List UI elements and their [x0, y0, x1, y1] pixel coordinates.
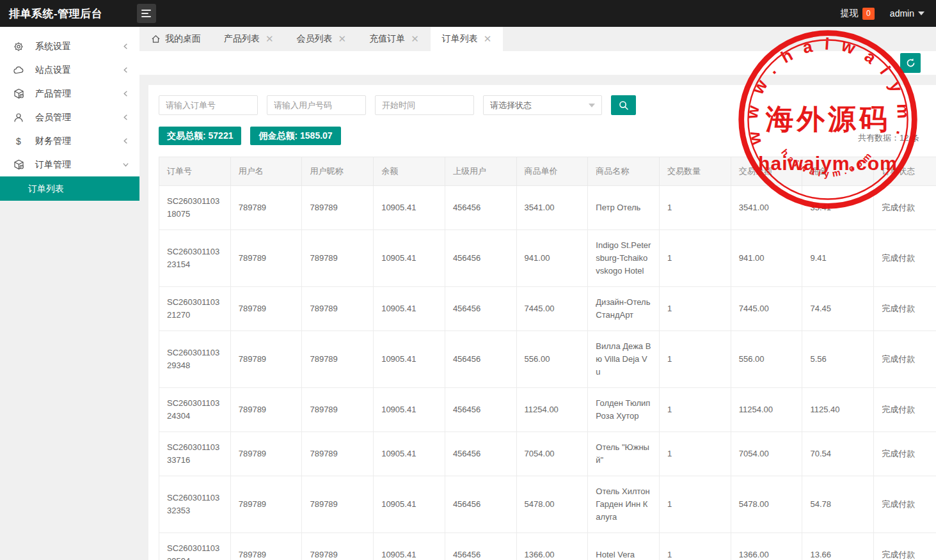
- table-cell: 3541.00: [731, 186, 802, 230]
- column-header: 订单号: [159, 157, 231, 186]
- commission-total-badge: 佣金总额: 1585.07: [250, 127, 340, 145]
- table-cell: 5.56: [802, 331, 874, 388]
- tab-1[interactable]: 产品列表✕: [212, 27, 285, 51]
- user-number-input[interactable]: [267, 95, 366, 115]
- table-cell: 10905.41: [374, 287, 445, 331]
- gear-icon: [13, 41, 24, 52]
- sidebar-item-5[interactable]: 订单管理: [0, 153, 139, 176]
- column-header: 佣金: [802, 157, 874, 186]
- status-select-value: 请选择状态: [490, 100, 532, 111]
- table-cell: 789789: [302, 287, 374, 331]
- table-cell: 10905.41: [374, 533, 445, 560]
- chevron-left-icon: [122, 66, 129, 74]
- refresh-icon: [905, 58, 916, 68]
- tab-2[interactable]: 会员列表✕: [285, 27, 358, 51]
- column-header: 商品单价: [516, 157, 588, 186]
- table-cell: 789789: [230, 186, 302, 230]
- menu-toggle-button[interactable]: [137, 4, 156, 23]
- chevron-down-icon: [122, 161, 129, 168]
- cloud-icon: [13, 65, 24, 76]
- tab-3[interactable]: 充值订单✕: [358, 27, 431, 51]
- table-cell: Вилла Дежа Вю Villa Deja Vu: [588, 331, 660, 388]
- column-header: 用户名: [230, 157, 302, 186]
- user-icon: [13, 112, 24, 123]
- table-cell: 7445.00: [516, 287, 588, 331]
- close-icon[interactable]: ✕: [266, 33, 274, 45]
- table-cell: 789789: [230, 388, 302, 432]
- summary-row: 交易总额: 57221 佣金总额: 1585.07 共有数据：12 条: [159, 127, 936, 145]
- table-cell: 13.66: [802, 533, 874, 560]
- chevron-left-icon: [122, 114, 129, 121]
- sidebar-item-label: 财务管理: [35, 136, 71, 147]
- tab-label: 订单列表: [442, 33, 478, 45]
- table-cell: Отель Хилтон Гарден Инн Калуга: [588, 476, 660, 533]
- withdraw-label: 提现: [841, 8, 859, 19]
- refresh-button[interactable]: [900, 53, 921, 73]
- sidebar-item-0[interactable]: 系统设置: [0, 35, 139, 58]
- chevron-down-icon: [589, 104, 595, 107]
- table-cell: SC26030110324304: [159, 388, 231, 432]
- table-cell: 1366.00: [731, 533, 802, 560]
- close-icon[interactable]: ✕: [338, 33, 347, 45]
- sidebar-item-4[interactable]: $财务管理: [0, 129, 139, 153]
- table-cell: 1125.40: [802, 388, 874, 432]
- table-cell: SC26030110318075: [159, 186, 231, 230]
- table-cell: 556.00: [731, 331, 802, 388]
- column-header: 交易数量: [660, 157, 731, 186]
- sidebar-subitem-order-list[interactable]: 订单列表: [0, 176, 139, 201]
- table-cell: Голден Тюлип Роза Хутор: [588, 388, 660, 432]
- close-icon[interactable]: ✕: [411, 33, 419, 45]
- table-cell: 10905.41: [374, 388, 445, 432]
- table-cell: 7445.00: [731, 287, 802, 331]
- table-cell: 456456: [445, 388, 516, 432]
- close-icon[interactable]: ✕: [484, 33, 492, 45]
- withdraw-link[interactable]: 提现 0: [841, 8, 875, 20]
- status-select[interactable]: 请选择状态: [483, 95, 602, 115]
- table-cell: 456456: [445, 287, 516, 331]
- table-cell: 完成付款: [874, 230, 936, 287]
- order-table: 订单号用户名用户昵称余额上级用户商品单价商品名称交易数量交易金额佣金订单状态 S…: [159, 157, 936, 560]
- filter-row: 请选择状态: [159, 95, 936, 115]
- table-cell: 10905.41: [374, 186, 445, 230]
- table-cell: 5478.00: [731, 476, 802, 533]
- table-cell: 556.00: [516, 331, 588, 388]
- table-cell: 完成付款: [874, 388, 936, 432]
- sidebar-item-2[interactable]: 产品管理: [0, 82, 139, 105]
- table-row: SC2603011033371678978978978910905.414564…: [159, 432, 936, 476]
- tab-label: 充值订单: [369, 33, 405, 45]
- total-count-text: 共有数据：12 条: [858, 132, 919, 145]
- sidebar-item-1[interactable]: 站点设置: [0, 58, 139, 82]
- start-time-input[interactable]: [375, 95, 474, 115]
- table-cell: 70.54: [802, 432, 874, 476]
- table-cell: Отель "Южный": [588, 432, 660, 476]
- box-icon: [13, 88, 24, 100]
- chevron-left-icon: [122, 90, 129, 97]
- table-cell: 10905.41: [374, 230, 445, 287]
- table-cell: 54.78: [802, 476, 874, 533]
- tab-label: 我的桌面: [165, 33, 201, 45]
- search-button[interactable]: [611, 95, 636, 115]
- search-icon: [619, 100, 629, 111]
- table-row: SC2603011032127078978978978910905.414564…: [159, 287, 936, 331]
- sidebar-item-label: 订单管理: [35, 159, 71, 171]
- tab-4[interactable]: 订单列表✕: [431, 27, 504, 51]
- column-header: 余额: [374, 157, 445, 186]
- table-cell: 35.41: [802, 186, 874, 230]
- user-menu[interactable]: admin: [890, 8, 924, 19]
- table-row: SC2603011033235378978978978910905.414564…: [159, 476, 936, 533]
- trade-total-badge: 交易总额: 57221: [159, 127, 241, 145]
- table-cell: 789789: [302, 533, 374, 560]
- sidebar: 系统设置站点设置产品管理会员管理$财务管理订单管理订单列表: [0, 27, 139, 560]
- sidebar-item-3[interactable]: 会员管理: [0, 105, 139, 129]
- tab-0[interactable]: 我的桌面: [139, 27, 212, 51]
- table-cell: 789789: [230, 230, 302, 287]
- order-number-input[interactable]: [159, 95, 258, 115]
- table-cell: Петр Отель: [588, 186, 660, 230]
- order-table-body: SC2603011031807578978978978910905.414564…: [159, 186, 936, 560]
- table-cell: 10905.41: [374, 331, 445, 388]
- chevron-down-icon: [918, 12, 924, 15]
- table-cell: 789789: [302, 432, 374, 476]
- table-cell: 完成付款: [874, 476, 936, 533]
- table-cell: Hotel Vera: [588, 533, 660, 560]
- table-header-row: 订单号用户名用户昵称余额上级用户商品单价商品名称交易数量交易金额佣金订单状态: [159, 157, 936, 186]
